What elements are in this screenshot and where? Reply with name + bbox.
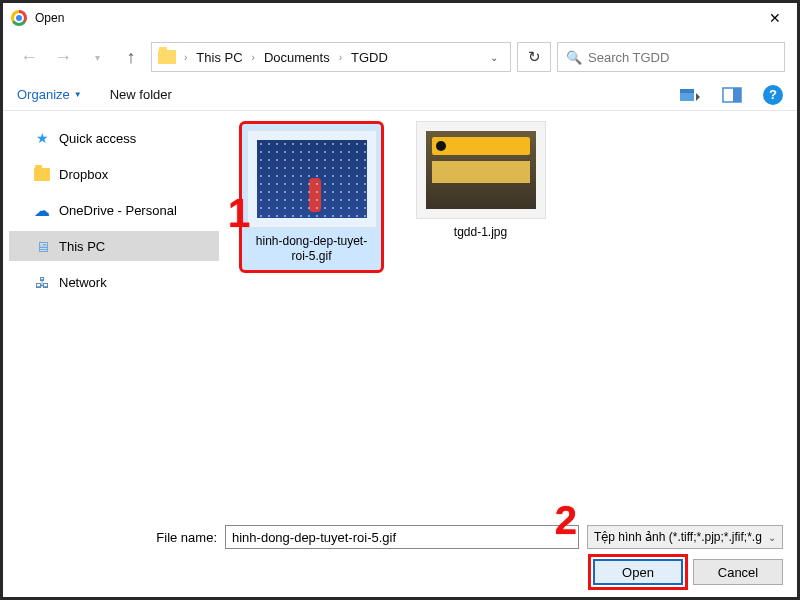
view-mode-button[interactable] xyxy=(679,85,701,105)
breadcrumb-tgdd[interactable]: TGDD xyxy=(348,48,391,67)
nav-row: ← → ▾ ↑ › This PC › Documents › TGDD ⌄ ↻… xyxy=(3,39,797,75)
open-button[interactable]: Open xyxy=(593,559,683,585)
address-bar[interactable]: › This PC › Documents › TGDD ⌄ xyxy=(151,42,511,72)
sidebar-item-onedrive[interactable]: ☁ OneDrive - Personal xyxy=(9,195,219,225)
recent-dropdown[interactable]: ▾ xyxy=(83,43,111,71)
file-item[interactable]: tgdd-1.jpg xyxy=(408,121,553,240)
breadcrumb-this-pc[interactable]: This PC xyxy=(193,48,245,67)
network-icon: 🖧 xyxy=(33,273,51,291)
file-item-selected[interactable]: hinh-dong-dep-tuyet-roi-5.gif xyxy=(239,121,384,273)
chevron-right-icon: › xyxy=(184,52,187,63)
file-thumbnail xyxy=(416,121,546,219)
computer-icon: 🖥 xyxy=(33,237,51,255)
new-folder-button[interactable]: New folder xyxy=(110,87,172,102)
svg-rect-3 xyxy=(733,88,741,102)
up-button[interactable]: ↑ xyxy=(117,43,145,71)
toolbar: Organize ▼ New folder ? xyxy=(3,75,797,111)
help-button[interactable]: ? xyxy=(763,85,783,105)
filename-input[interactable] xyxy=(225,525,579,549)
cloud-icon: ☁ xyxy=(33,201,51,219)
callout-1: 1 xyxy=(228,191,250,236)
sidebar-item-label: Quick access xyxy=(59,131,136,146)
sidebar: ★ Quick access Dropbox ☁ OneDrive - Pers… xyxy=(3,111,225,517)
folder-icon xyxy=(33,165,51,183)
chevron-right-icon: › xyxy=(252,52,255,63)
svg-rect-1 xyxy=(680,89,694,93)
filename-label: File name: xyxy=(17,530,217,545)
title-bar: Open ✕ xyxy=(3,3,797,33)
sidebar-item-quick-access[interactable]: ★ Quick access xyxy=(9,123,219,153)
breadcrumb-documents[interactable]: Documents xyxy=(261,48,333,67)
cancel-button[interactable]: Cancel xyxy=(693,559,783,585)
sidebar-item-label: OneDrive - Personal xyxy=(59,203,177,218)
chrome-icon xyxy=(11,10,27,26)
star-icon: ★ xyxy=(33,129,51,147)
window-title: Open xyxy=(35,11,64,25)
refresh-button[interactable]: ↻ xyxy=(517,42,551,72)
footer: 2 File name: Tệp hình ảnh (*.tiff;*.pjp;… xyxy=(3,517,797,597)
chevron-down-icon: ⌄ xyxy=(768,532,776,543)
preview-pane-button[interactable] xyxy=(721,85,743,105)
search-icon: 🔍 xyxy=(566,50,582,65)
file-thumbnail xyxy=(247,130,377,228)
forward-button[interactable]: → xyxy=(49,43,77,71)
search-placeholder: Search TGDD xyxy=(588,50,669,65)
sidebar-item-label: Network xyxy=(59,275,107,290)
sidebar-item-this-pc[interactable]: 🖥 This PC xyxy=(9,231,219,261)
callout-2: 2 xyxy=(555,498,577,543)
back-button[interactable]: ← xyxy=(15,43,43,71)
address-dropdown[interactable]: ⌄ xyxy=(484,48,504,67)
chevron-right-icon: › xyxy=(339,52,342,63)
search-input[interactable]: 🔍 Search TGDD xyxy=(557,42,785,72)
filetype-label: Tệp hình ảnh (*.tiff;*.pjp;*.jfif;*.g xyxy=(594,530,762,544)
organize-menu[interactable]: Organize ▼ xyxy=(17,87,82,102)
file-name: hinh-dong-dep-tuyet-roi-5.gif xyxy=(248,234,375,264)
sidebar-item-dropbox[interactable]: Dropbox xyxy=(9,159,219,189)
sidebar-item-network[interactable]: 🖧 Network xyxy=(9,267,219,297)
chevron-down-icon: ▼ xyxy=(74,90,82,99)
filetype-dropdown[interactable]: Tệp hình ảnh (*.tiff;*.pjp;*.jfif;*.g ⌄ xyxy=(587,525,783,549)
folder-icon xyxy=(158,50,176,64)
sidebar-item-label: This PC xyxy=(59,239,105,254)
file-pane[interactable]: hinh-dong-dep-tuyet-roi-5.gif tgdd-1.jpg xyxy=(225,111,797,517)
file-name: tgdd-1.jpg xyxy=(454,225,507,240)
sidebar-item-label: Dropbox xyxy=(59,167,108,182)
close-button[interactable]: ✕ xyxy=(752,3,797,33)
organize-label: Organize xyxy=(17,87,70,102)
